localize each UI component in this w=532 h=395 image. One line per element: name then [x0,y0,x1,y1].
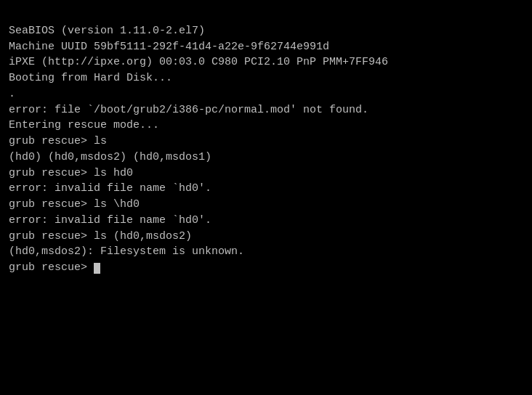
terminal-line: (hd0,msdos2): Filesystem is unknown. [9,244,523,260]
terminal-line: grub rescue> ls [9,134,523,150]
terminal-screen: SeaBIOS (version 1.11.0-2.el7)Machine UU… [0,0,532,395]
terminal-line: grub rescue> ls (hd0,msdos2) [9,229,523,245]
terminal-line: SeaBIOS (version 1.11.0-2.el7) [9,23,523,39]
terminal-line: Entering rescue mode... [9,118,523,134]
terminal-line: Booting from Hard Disk... [9,70,523,86]
terminal-line: grub rescue> ls hd0 [9,166,523,182]
terminal-line: (hd0) (hd0,msdos2) (hd0,msdos1) [9,150,523,166]
terminal-line: error: invalid file name `hd0'. [9,213,523,229]
terminal-line: . [9,86,523,102]
terminal-cursor [94,263,100,274]
terminal-line: error: file `/boot/grub2/i386-pc/normal.… [9,102,523,118]
terminal-line: grub rescue> [9,260,523,276]
terminal-line: Machine UUID 59bf5111-292f-41d4-a22e-9f6… [9,39,523,55]
terminal-line: error: invalid file name `hd0'. [9,181,523,197]
terminal-line: grub rescue> ls \hd0 [9,197,523,213]
terminal-line: iPXE (http://ipxe.org) 00:03.0 C980 PCI2… [9,54,523,70]
